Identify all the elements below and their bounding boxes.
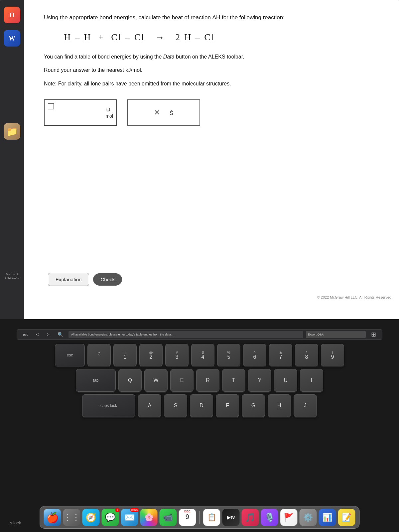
dock-item-notes[interactable]: 📝 [338, 509, 355, 526]
key-esc[interactable]: esc [55, 344, 85, 366]
explanation-button[interactable]: Explanation [48, 273, 89, 286]
dock-item-messages[interactable]: 💬 7 [102, 509, 119, 526]
calendar-icon: DEC 9 [179, 509, 196, 526]
tb-content-area: All available bond energies, please ente… [68, 331, 303, 338]
key-a[interactable]: A [138, 394, 161, 417]
dock-item-flags[interactable]: 🚩 [280, 509, 298, 526]
tb-window-label: Export Q&A [308, 333, 324, 336]
key-g[interactable]: G [242, 394, 265, 417]
check-button[interactable]: Check [93, 273, 122, 286]
dock-item-mail[interactable]: ✉️ 8,996 [121, 509, 138, 526]
main-content: Using the appropriate bond energies, cal… [24, 0, 399, 319]
dock-item-finder[interactable]: 🍎 [44, 509, 61, 526]
reminders-icon: 📋 [207, 513, 216, 522]
key-row-3: caps lock A S D F G H J [17, 394, 382, 417]
facetime-icon: 📹 [163, 513, 173, 522]
reaction-equation: H – H + Cl – Cl → 2 H – Cl [64, 32, 379, 43]
dock-separator [200, 511, 200, 524]
sidebar-bottom-label: Microsoft6.52.210... [3, 273, 21, 279]
key-row-1: esc ~ ` ! 1 @ 2 # 3 $ 4 % [17, 344, 382, 366]
key-1[interactable]: ! 1 [113, 344, 137, 366]
dock-item-safari[interactable]: 🧭 [82, 509, 100, 526]
copyright-text: © 2022 McGraw Hill LLC. All Rights Reser… [317, 295, 392, 299]
question-text: Using the appropriate bond energies, cal… [44, 13, 379, 22]
key-2[interactable]: @ 2 [139, 344, 163, 366]
music-icon: 🎵 [245, 512, 256, 523]
key-r[interactable]: R [196, 369, 219, 392]
answer-input-box[interactable]: kJ mol [44, 99, 117, 126]
tb-search[interactable]: 🔍 [55, 331, 66, 338]
keyboard-area: esc < > 🔍 All available bond energies, p… [0, 323, 399, 532]
dock-item-podcasts[interactable]: 🎙️ [261, 509, 278, 526]
key-6[interactable]: ^ 6 [243, 344, 266, 366]
photos-icon: 🌸 [144, 513, 153, 522]
key-8[interactable]: * 8 [295, 344, 318, 366]
dock-item-launchpad[interactable]: ⋮⋮ [63, 509, 80, 526]
key-tilde[interactable]: ~ ` [87, 344, 111, 366]
key-f[interactable]: F [216, 394, 239, 417]
sidebar-icon-folder[interactable]: 📁 [4, 123, 20, 140]
instruction-2: Round your answer to the nearest kJ/mol. [44, 66, 379, 74]
key-j[interactable]: J [294, 394, 317, 417]
finder-icon: 🍎 [46, 512, 59, 523]
key-7[interactable]: & 7 [269, 344, 292, 366]
sidebar: O W 📁 Microsoft6.52.210... [0, 0, 24, 319]
tb-content-text: All available bond energies, please ente… [71, 333, 173, 336]
dock-item-photos[interactable]: 🌸 [140, 509, 158, 526]
dock-item-calendar[interactable]: DEC 9 [179, 509, 196, 526]
dock-item-appletv[interactable]: ▶tv [222, 509, 240, 526]
key-u[interactable]: U [274, 369, 297, 392]
unit-label: kJ mol [105, 100, 113, 125]
checkbox[interactable] [48, 103, 54, 109]
key-3[interactable]: # 3 [165, 344, 189, 366]
bar-icon: 📊 [323, 513, 332, 522]
podcasts-icon: 🎙️ [264, 512, 275, 523]
key-e[interactable]: E [170, 369, 194, 392]
safari-icon: 🧭 [86, 512, 96, 523]
key-q[interactable]: Q [118, 369, 142, 392]
notes-icon: 📝 [342, 513, 352, 522]
key-s[interactable]: S [164, 394, 187, 417]
key-t[interactable]: T [222, 369, 245, 392]
dock-item-bar[interactable]: 📊 [319, 509, 336, 526]
tb-window: Export Q&A [306, 331, 366, 338]
tb-esc[interactable]: esc [20, 332, 31, 337]
messages-badge: 7 [115, 508, 119, 512]
action-box: ✕ ś [127, 99, 200, 126]
key-4[interactable]: $ 4 [191, 344, 214, 366]
key-d[interactable]: D [190, 394, 213, 417]
key-5[interactable]: % 5 [217, 344, 240, 366]
key-h[interactable]: H [268, 394, 291, 417]
key-caps-label: caps lock [100, 403, 117, 408]
tb-plus[interactable]: ⊞ [368, 330, 379, 339]
bottom-buttons: Explanation Check [48, 273, 122, 286]
undo-icon[interactable]: ś [170, 108, 174, 117]
sidebar-icon-office[interactable]: O [4, 7, 20, 23]
clear-icon[interactable]: ✕ [154, 108, 160, 117]
capslock-label: s lock [10, 520, 21, 525]
touchbar: esc < > 🔍 All available bond energies, p… [17, 329, 382, 340]
key-y[interactable]: Y [248, 369, 271, 392]
tb-back[interactable]: < [34, 331, 42, 338]
key-9[interactable]: ( 9 [321, 344, 344, 366]
key-tab-label: tab [93, 378, 99, 383]
screen: O W 📁 Microsoft6.52.210... Using the app… [0, 0, 399, 319]
appletv-icon: ▶tv [227, 515, 235, 520]
keyboard: esc < > 🔍 All available bond energies, p… [17, 329, 382, 420]
dock-item-reminders[interactable]: 📋 [203, 509, 220, 526]
sidebar-icon-word[interactable]: W [4, 30, 20, 47]
key-i[interactable]: I [300, 369, 323, 392]
tb-forward[interactable]: > [44, 331, 52, 338]
dock: 🍎 ⋮⋮ 🧭 💬 7 ✉️ 8,996 🌸 📹 DEC 9 📋 ▶tv [40, 506, 360, 529]
instruction-3: Note: For clarity, all lone pairs have b… [44, 79, 379, 88]
key-tab[interactable]: tab [76, 369, 116, 392]
dock-item-system[interactable]: ⚙️ [300, 509, 317, 526]
answer-area: kJ mol ✕ ś [44, 99, 379, 126]
messages-icon: 💬 [105, 512, 116, 523]
key-w[interactable]: W [144, 369, 168, 392]
dock-item-facetime[interactable]: 📹 [160, 509, 177, 526]
key-capslock[interactable]: caps lock [82, 394, 135, 417]
launchpad-icon: ⋮⋮ [63, 512, 80, 523]
system-icon: ⚙️ [303, 513, 313, 522]
dock-item-music[interactable]: 🎵 [242, 509, 259, 526]
